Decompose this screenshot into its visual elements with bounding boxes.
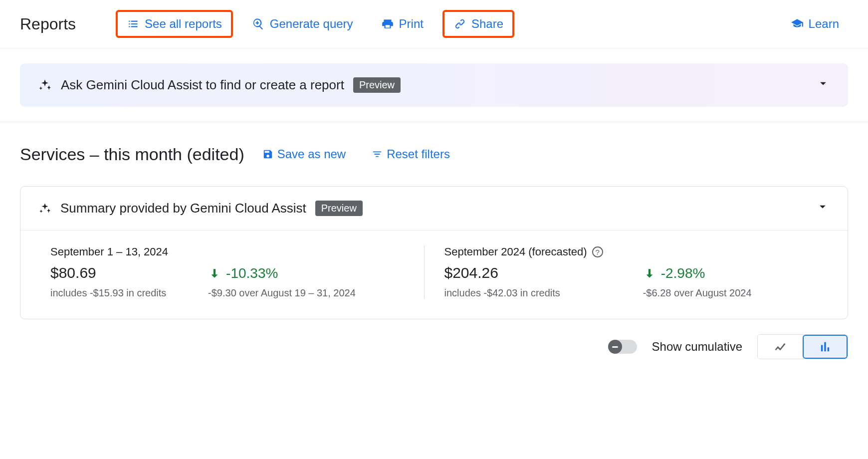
save-icon — [262, 149, 273, 160]
preview-badge: Preview — [353, 77, 401, 93]
save-as-new-button[interactable]: Save as new — [254, 142, 354, 166]
report-title-row: Services – this month (edited) Save as n… — [20, 142, 848, 166]
share-label: Share — [471, 17, 503, 31]
toggle-knob — [608, 340, 622, 354]
chevron-down-icon[interactable] — [816, 76, 830, 94]
stat-delta-pct-current: -10.33% — [226, 265, 278, 281]
line-chart-icon — [773, 340, 787, 354]
stat-col-forecast: September 2024 (forecasted) ? $204.26 in… — [424, 245, 818, 299]
header-bar: Reports See all reports Generate query P… — [0, 0, 868, 48]
arrow-down-icon — [643, 267, 656, 280]
gemini-banner-text: Ask Gemini Cloud Assist to find or creat… — [61, 77, 344, 93]
stat-amount-current: $80.69 — [50, 264, 168, 281]
help-icon[interactable]: ? — [592, 246, 603, 257]
share-button[interactable]: Share — [442, 10, 514, 38]
sparkle-icon — [38, 202, 51, 215]
filter-reset-icon — [372, 149, 383, 160]
stat-delta-sub-current: -$9.30 over August 19 – 31, 2024 — [208, 287, 356, 299]
learn-label: Learn — [809, 17, 839, 31]
save-as-new-label: Save as new — [277, 147, 346, 161]
show-cumulative-label: Show cumulative — [652, 340, 742, 354]
print-button[interactable]: Print — [372, 12, 433, 36]
stat-credits-current: includes -$15.93 in credits — [50, 287, 168, 299]
gemini-banner[interactable]: Ask Gemini Cloud Assist to find or creat… — [20, 63, 848, 107]
summary-card: Summary provided by Gemini Cloud Assist … — [20, 186, 848, 319]
stat-period-forecast: September 2024 (forecasted) ? — [444, 245, 603, 258]
query-icon — [252, 17, 265, 30]
reset-filters-button[interactable]: Reset filters — [364, 142, 458, 166]
generate-query-button[interactable]: Generate query — [243, 12, 362, 36]
stat-period-current: September 1 – 13, 2024 — [50, 245, 168, 258]
line-chart-button[interactable] — [758, 335, 803, 359]
stat-delta-sub-forecast: -$6.28 over August 2024 — [643, 287, 752, 299]
reset-filters-label: Reset filters — [387, 147, 450, 161]
arrow-down-icon — [208, 267, 221, 280]
stat-amount-forecast: $204.26 — [444, 264, 603, 281]
stats-row: September 1 – 13, 2024 $80.69 includes -… — [20, 230, 848, 319]
preview-badge: Preview — [315, 201, 363, 216]
see-all-reports-button[interactable]: See all reports — [116, 10, 233, 38]
page-title: Reports — [20, 15, 76, 33]
summary-card-header[interactable]: Summary provided by Gemini Cloud Assist … — [20, 187, 848, 230]
footer-controls: Show cumulative — [0, 319, 868, 374]
learn-icon — [791, 17, 804, 30]
report-title: Services – this month (edited) — [20, 145, 244, 164]
chart-type-switch — [757, 334, 848, 359]
stat-delta-pct-forecast: -2.98% — [661, 265, 705, 281]
show-cumulative-toggle[interactable] — [609, 340, 637, 354]
stat-delta-current: -10.33% — [208, 265, 356, 281]
bar-chart-button[interactable] — [803, 335, 848, 359]
generate-query-label: Generate query — [270, 17, 353, 31]
stat-period-forecast-text: September 2024 (forecasted) — [444, 245, 587, 258]
chevron-down-icon[interactable] — [816, 200, 830, 217]
link-icon — [453, 17, 466, 30]
sparkle-icon — [38, 78, 52, 92]
print-icon — [381, 17, 394, 30]
stat-delta-forecast: -2.98% — [643, 265, 752, 281]
stat-col-current: September 1 – 13, 2024 $80.69 includes -… — [50, 245, 424, 299]
see-all-reports-label: See all reports — [145, 17, 222, 31]
stat-credits-forecast: includes -$42.03 in credits — [444, 287, 603, 299]
summary-card-title: Summary provided by Gemini Cloud Assist — [60, 201, 306, 216]
bar-chart-icon — [818, 340, 832, 354]
list-icon — [127, 17, 140, 30]
print-label: Print — [399, 17, 424, 31]
learn-button[interactable]: Learn — [782, 12, 848, 36]
